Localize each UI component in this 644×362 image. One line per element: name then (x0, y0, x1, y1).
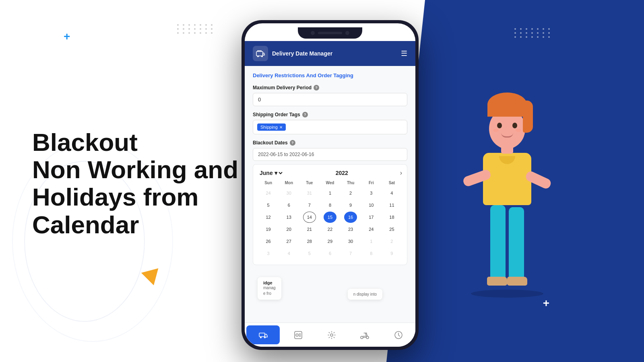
cal-cell[interactable]: 24 (262, 187, 275, 199)
cal-cell[interactable]: 12 (262, 212, 275, 223)
nav-item-scooter[interactable] (349, 323, 382, 347)
month-select[interactable]: June ▾ (258, 169, 284, 177)
svg-point-1 (257, 56, 259, 57)
left-overlay-text: manage fro (263, 285, 276, 296)
calendar-week-2: 5 6 7 8 9 10 11 (258, 200, 402, 211)
cal-cell[interactable]: 17 (365, 212, 378, 223)
calendar-next-button[interactable]: › (400, 169, 402, 177)
app-title: Delivery Date Manager (272, 50, 332, 57)
decor-dots-right (514, 28, 551, 38)
cal-cell[interactable]: 20 (283, 224, 295, 235)
calendar-week-4: 19 20 21 22 23 24 25 (258, 224, 402, 235)
cal-cell[interactable]: 29 (324, 236, 336, 247)
cal-cell[interactable]: 2 (344, 187, 357, 199)
svg-rect-3 (259, 333, 265, 337)
calendar-header: June ▾ 2022 › (258, 169, 402, 177)
shipping-tag[interactable]: Shipping ✕ (257, 123, 286, 131)
blackout-help-icon[interactable]: ? (290, 140, 295, 146)
cal-cell[interactable]: 8 (324, 200, 336, 211)
phone-screen: Delivery Date Manager ☰ Delivery Restric… (245, 41, 415, 347)
cal-cell[interactable]: 30 (344, 236, 357, 247)
phone-notch (298, 27, 362, 39)
nav-item-settings[interactable] (315, 323, 348, 347)
character-torso (483, 153, 531, 205)
svg-point-2 (261, 56, 263, 57)
svg-point-10 (366, 336, 369, 339)
cal-cell[interactable]: 6 (324, 248, 336, 259)
cal-cell[interactable]: 31 (303, 187, 316, 199)
cal-cell[interactable]: 1 (324, 187, 336, 199)
cal-cell[interactable]: 19 (262, 224, 275, 235)
cal-cell[interactable]: 28 (303, 236, 316, 247)
cal-cell[interactable]: 21 (303, 224, 316, 235)
day-wed: Wed (320, 181, 340, 185)
hamburger-menu-icon[interactable]: ☰ (401, 49, 407, 58)
cal-cell[interactable]: 6 (283, 200, 295, 211)
max-delivery-input[interactable] (253, 93, 407, 106)
cal-cell[interactable]: 3 (262, 248, 275, 259)
cal-cell[interactable]: 4 (283, 248, 295, 259)
left-overlay-title: idge (263, 280, 276, 285)
cal-cell-14[interactable]: 14 (303, 212, 316, 223)
max-delivery-help-icon[interactable]: ? (314, 85, 319, 90)
cal-cell[interactable]: 4 (385, 187, 398, 199)
max-delivery-label: Maximum Delivery Period ? (253, 85, 407, 90)
right-overlay-card: n display into (348, 289, 382, 300)
cal-cell[interactable]: 7 (344, 248, 357, 259)
cal-cell[interactable]: 27 (283, 236, 295, 247)
character-hair (487, 93, 527, 117)
cal-cell[interactable]: 5 (303, 248, 316, 259)
phone-body: Delivery Date Manager ☰ Delivery Restric… (242, 20, 419, 350)
cal-cell-15-selected[interactable]: 15 (324, 212, 336, 223)
nav-item-clock[interactable] (382, 323, 415, 347)
day-tue: Tue (299, 181, 320, 185)
cal-cell[interactable]: 30 (283, 187, 295, 199)
cal-cell[interactable]: 25 (385, 224, 398, 235)
cal-cell[interactable]: 9 (344, 200, 357, 211)
app-content: Delivery Restrictions And Order Tagging … (245, 66, 415, 347)
notch-camera-2 (345, 31, 349, 35)
day-sat: Sat (382, 181, 402, 185)
cal-cell[interactable]: 18 (385, 212, 398, 223)
day-sun: Sun (258, 181, 279, 185)
cal-cell[interactable]: 11 (385, 200, 398, 211)
decor-dots-top (177, 24, 214, 34)
cal-cell[interactable]: 3 (365, 187, 378, 199)
cal-cell[interactable]: 8 (365, 248, 378, 259)
tags-field[interactable]: Shipping ✕ (253, 120, 407, 134)
svg-point-7 (296, 334, 298, 336)
cal-cell[interactable]: 5 (262, 200, 275, 211)
cal-cell[interactable]: 24 (365, 224, 378, 235)
cal-cell[interactable]: 23 (344, 224, 357, 235)
cal-cell[interactable]: 9 (385, 248, 398, 259)
cal-cell[interactable]: 1 (365, 236, 378, 247)
clock-nav-icon (393, 329, 404, 341)
svg-rect-0 (256, 51, 263, 56)
blackout-date-input[interactable]: 2022-06-15 to 2022-06-16 (253, 148, 407, 161)
shipping-tags-help-icon[interactable]: ? (302, 112, 308, 117)
app-header: Delivery Date Manager ☰ (245, 41, 415, 66)
calendar-week-5: 26 27 28 29 30 1 2 (258, 236, 402, 247)
bottom-nav (245, 323, 415, 347)
cal-cell[interactable]: 26 (262, 236, 275, 247)
calendar-week-3: 12 13 14 15 16 17 18 (258, 212, 402, 223)
cal-cell[interactable]: 22 (324, 224, 336, 235)
app-header-left: Delivery Date Manager (253, 46, 332, 61)
cal-cell[interactable]: 2 (385, 236, 398, 247)
left-overlay-card: idge manage fro (258, 277, 281, 300)
svg-point-5 (264, 337, 266, 338)
cal-cell[interactable]: 13 (283, 212, 295, 223)
nav-item-orders[interactable] (281, 323, 315, 347)
cal-cell-16-selected[interactable]: 16 (344, 212, 357, 223)
calendar-day-names: Sun Mon Tue Wed Thu Fri Sat (258, 181, 402, 185)
tag-close-icon[interactable]: ✕ (279, 125, 283, 130)
day-thu: Thu (341, 181, 361, 185)
settings-nav-icon (326, 329, 337, 341)
notch-camera (311, 31, 315, 35)
nav-item-delivery[interactable] (246, 325, 280, 344)
cal-cell[interactable]: 10 (365, 200, 378, 211)
calendar: June ▾ 2022 › Sun Mon Tue Wed Thu (253, 164, 407, 265)
cal-cell[interactable]: 7 (303, 200, 316, 211)
shipping-tags-label: Shipping Order Tags ? (253, 112, 407, 117)
section-title: Delivery Restrictions And Order Tagging (253, 72, 407, 78)
